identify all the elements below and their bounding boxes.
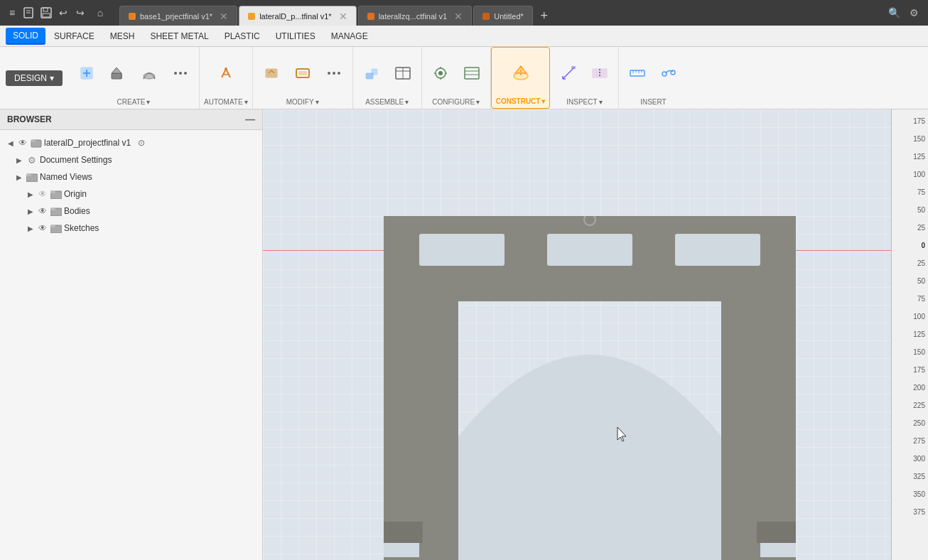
construct-plane-btn[interactable] — [507, 55, 535, 92]
svg-rect-20 — [298, 71, 307, 75]
tab-close-btn[interactable]: ✕ — [220, 11, 228, 22]
ruler-tick-175b: 175 — [913, 361, 928, 379]
tab-label: laterallzq...ctfinal v1 — [379, 12, 448, 21]
canvas-area[interactable]: 175 150 125 100 75 50 25 0 25 50 75 100 … — [263, 109, 928, 560]
doc-settings-toggle[interactable]: ▶ — [14, 155, 24, 165]
modify-icons — [257, 50, 348, 97]
automate-dropdown-icon[interactable]: ▾ — [244, 98, 248, 106]
named-views-toggle[interactable]: ▶ — [14, 172, 24, 182]
bodies-toggle[interactable]: ▶ — [26, 206, 36, 216]
settings-icon[interactable]: ⚙ — [905, 4, 922, 21]
svg-point-12 — [144, 73, 155, 79]
tab-base1[interactable]: base1_prjectfinal v1* ✕ — [119, 6, 237, 26]
construct-label: CONSTRUCT ▾ — [496, 97, 546, 105]
menu-surface[interactable]: SURFACE — [47, 28, 102, 44]
root-target-icon[interactable]: ⊙ — [135, 136, 148, 149]
insert-ruler-btn[interactable] — [623, 55, 652, 92]
browser-item-named-views[interactable]: ▶ Named Views — [0, 168, 262, 185]
browser-root-item[interactable]: ◀ 👁 lateralD_projectfinal v1 ⊙ — [0, 134, 262, 151]
insert-icons — [623, 50, 683, 97]
assemble-table-btn[interactable] — [389, 55, 417, 92]
redo-icon[interactable]: ↪ — [74, 6, 87, 19]
menu-icon[interactable]: ≡ — [6, 6, 18, 19]
menu-solid[interactable]: SOLID — [6, 28, 45, 45]
ruler-tick-25b: 25 — [917, 254, 928, 272]
browser-panel: BROWSER — ◀ 👁 lateralD_projectfinal v1 ⊙ — [0, 109, 263, 560]
svg-rect-59 — [50, 191, 55, 193]
svg-rect-9 — [112, 73, 122, 79]
sketches-eye-icon[interactable]: 👁 — [37, 222, 48, 234]
svg-rect-67 — [547, 234, 632, 266]
svg-rect-70 — [721, 301, 796, 560]
bodies-eye-icon[interactable]: 👁 — [37, 205, 48, 217]
construct-dropdown-icon[interactable]: ▾ — [541, 97, 545, 105]
revolve-btn[interactable] — [135, 55, 163, 92]
ruler-tick-200: 200 — [913, 379, 928, 397]
inspect-dropdown-icon[interactable]: ▾ — [599, 98, 603, 106]
inspect-section-btn[interactable] — [586, 55, 614, 92]
configure-table-btn[interactable] — [458, 55, 486, 92]
origin-eye-icon[interactable]: 👁 — [37, 188, 48, 200]
browser-collapse-btn[interactable]: — — [245, 114, 255, 125]
modify-press-btn[interactable] — [257, 55, 286, 92]
design-button[interactable]: DESIGN ▾ — [6, 70, 63, 86]
tab-close-btn[interactable]: ✕ — [454, 11, 463, 22]
menu-manage[interactable]: MANAGE — [324, 28, 375, 44]
browser-item-sketches[interactable]: ▶ 👁 Sketches — [0, 220, 262, 237]
configure-btn[interactable] — [426, 55, 455, 92]
design-dropdown-icon: ▾ — [50, 73, 54, 83]
svg-rect-66 — [419, 234, 505, 266]
new-file-icon[interactable] — [23, 6, 36, 19]
configure-label: CONFIGURE ▾ — [432, 98, 480, 106]
menu-utilities[interactable]: UTILITIES — [269, 28, 323, 44]
assemble-dropdown-icon[interactable]: ▾ — [405, 98, 409, 106]
insert-link-btn[interactable] — [654, 55, 683, 92]
configure-dropdown-icon[interactable]: ▾ — [476, 98, 480, 106]
menu-mesh[interactable]: MESH — [103, 28, 142, 44]
extrude-btn[interactable] — [104, 55, 132, 92]
inspect-label: INSPECT ▾ — [566, 98, 602, 106]
home-icon[interactable]: ⌂ — [94, 6, 107, 19]
browser-title: BROWSER — [7, 114, 52, 124]
assemble-label: ASSEMBLE ▾ — [365, 98, 409, 106]
undo-icon[interactable]: ↩ — [57, 6, 70, 19]
browser-item-doc-settings[interactable]: ▶ ⚙ Document Settings — [0, 151, 262, 168]
assemble-new-btn[interactable] — [357, 55, 386, 92]
create-more-btn[interactable] — [166, 55, 195, 92]
inspect-measure-btn[interactable] — [554, 55, 583, 92]
tab-close-btn[interactable]: ✕ — [339, 11, 347, 22]
main-layout: BROWSER — ◀ 👁 lateralD_projectfinal v1 ⊙ — [0, 109, 928, 560]
svg-rect-55 — [31, 140, 36, 142]
search-icon[interactable]: 🔍 — [885, 4, 902, 21]
browser-item-origin[interactable]: ▶ 👁 Origin — [0, 185, 262, 203]
create-new-body-btn[interactable] — [72, 55, 101, 92]
svg-rect-69 — [384, 301, 458, 560]
add-tab-button[interactable]: + — [534, 6, 554, 26]
tab-untitled[interactable]: Untitled* — [473, 6, 533, 26]
browser-item-bodies[interactable]: ▶ 👁 Bodies — [0, 203, 262, 220]
doc-settings-gear-icon: ⚙ — [26, 154, 38, 166]
create-icons — [72, 50, 195, 97]
tab-lateralzq[interactable]: laterallzq...ctfinal v1 ✕ — [358, 6, 473, 26]
root-eye-icon[interactable]: 👁 — [17, 137, 28, 149]
ruler-tick-350: 350 — [913, 485, 928, 503]
create-label: CREATE ▾ — [117, 98, 151, 106]
svg-rect-47 — [630, 70, 644, 76]
svg-point-13 — [174, 72, 177, 75]
menu-plastic[interactable]: PLASTIC — [217, 28, 267, 44]
svg-marker-10 — [112, 68, 122, 73]
tab-lateralD[interactable]: lateralD_p...tfinal v1* ✕ — [239, 6, 357, 26]
menu-sheet-metal[interactable]: SHEET METAL — [143, 28, 215, 44]
ruler-tick-25: 25 — [917, 219, 928, 237]
modify-more-btn[interactable] — [320, 55, 348, 92]
origin-toggle[interactable]: ▶ — [26, 189, 36, 199]
svg-rect-75 — [384, 522, 423, 543]
modify-dropdown-icon[interactable]: ▾ — [315, 98, 319, 106]
root-toggle[interactable]: ◀ — [6, 138, 16, 148]
create-dropdown-icon[interactable]: ▾ — [146, 98, 150, 106]
automate-btn[interactable] — [212, 55, 240, 92]
tab-dot — [367, 13, 374, 20]
sketches-toggle[interactable]: ▶ — [26, 223, 36, 233]
modify-shell-btn[interactable] — [288, 55, 317, 92]
save-icon[interactable] — [40, 6, 53, 19]
